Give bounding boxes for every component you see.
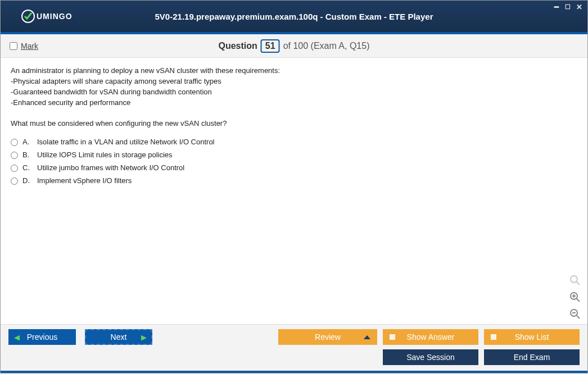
review-group: Review Show Answer Show List bbox=[278, 329, 580, 345]
answer-radio-b[interactable] bbox=[11, 152, 18, 159]
chevron-right-icon: ▶ bbox=[141, 333, 147, 341]
square-icon bbox=[390, 334, 395, 340]
bottom-divider bbox=[1, 371, 587, 373]
question-indicator: Question 51 of 100 (Exam A, Q15) bbox=[219, 39, 370, 53]
answer-letter: A. bbox=[22, 137, 33, 148]
answer-text: Isolate traffic in a VLAN and utilize Ne… bbox=[37, 137, 215, 148]
previous-label: Previous bbox=[27, 333, 57, 341]
svg-point-1 bbox=[571, 276, 577, 283]
mark-checkbox-wrap[interactable]: Mark bbox=[10, 42, 38, 51]
window-controls: ━ ☐ ✕ bbox=[553, 3, 583, 11]
answer-letter: C. bbox=[22, 163, 33, 174]
answer-radio-d[interactable] bbox=[11, 177, 18, 185]
end-exam-label: End Exam bbox=[514, 353, 550, 362]
answer-option[interactable]: A. Isolate traffic in a VLAN and utilize… bbox=[11, 137, 577, 148]
question-content: An administrator is planning to deploy a… bbox=[1, 58, 587, 324]
answer-list: A. Isolate traffic in a VLAN and utilize… bbox=[11, 137, 577, 186]
nav-group: ◀ Previous Next ▶ bbox=[8, 329, 152, 345]
answer-text: Utilize IOPS Limit rules in storage poli… bbox=[37, 150, 173, 161]
svg-line-2 bbox=[577, 282, 580, 285]
app-window: ━ ☐ ✕ UMINGO 5V0-21.19.prepaway.premium.… bbox=[0, 0, 588, 374]
zoom-controls bbox=[568, 274, 582, 321]
checkmark-icon bbox=[21, 9, 35, 24]
titlebar: ━ ☐ ✕ UMINGO 5V0-21.19.prepaway.premium.… bbox=[1, 1, 587, 32]
maximize-icon[interactable]: ☐ bbox=[564, 3, 572, 11]
triangle-up-icon bbox=[364, 335, 370, 339]
answer-text: Utilize jumbo frames with Network I/O Co… bbox=[37, 163, 184, 174]
answer-option[interactable]: D. Implement vSphere I/O filters bbox=[11, 176, 577, 186]
brand-logo: UMINGO bbox=[21, 9, 73, 24]
question-of-text: of 100 (Exam A, Q15) bbox=[283, 41, 370, 51]
question-word: Question bbox=[219, 41, 257, 51]
show-answer-button[interactable]: Show Answer bbox=[383, 329, 478, 345]
show-list-label: Show List bbox=[515, 333, 549, 341]
window-title: 5V0-21.19.prepaway.premium.exam.100q - C… bbox=[155, 12, 433, 21]
show-answer-label: Show Answer bbox=[407, 333, 455, 341]
review-label: Review bbox=[315, 333, 341, 341]
answer-text: Implement vSphere I/O filters bbox=[37, 176, 132, 186]
question-header: Mark Question 51 of 100 (Exam A, Q15) bbox=[1, 34, 587, 58]
footer-row-1: ◀ Previous Next ▶ Review Show Answer bbox=[8, 329, 580, 345]
search-icon[interactable] bbox=[568, 274, 582, 287]
previous-button[interactable]: ◀ Previous bbox=[8, 329, 76, 345]
minimize-icon[interactable]: ━ bbox=[553, 3, 560, 11]
answer-radio-a[interactable] bbox=[11, 139, 18, 146]
show-list-button[interactable]: Show List bbox=[484, 329, 580, 345]
footer-row-2: Save Session End Exam bbox=[8, 349, 580, 365]
question-text: An administrator is planning to deploy a… bbox=[11, 66, 577, 129]
answer-letter: D. bbox=[22, 176, 33, 186]
chevron-left-icon: ◀ bbox=[14, 333, 20, 341]
close-icon[interactable]: ✕ bbox=[575, 3, 583, 11]
zoom-in-icon[interactable] bbox=[568, 290, 582, 304]
svg-line-4 bbox=[577, 299, 580, 302]
svg-line-8 bbox=[577, 316, 580, 318]
mark-checkbox[interactable] bbox=[10, 42, 17, 50]
answer-option[interactable]: B. Utilize IOPS Limit rules in storage p… bbox=[11, 150, 577, 161]
square-icon bbox=[491, 334, 496, 340]
answer-letter: B. bbox=[22, 150, 33, 161]
save-session-button[interactable]: Save Session bbox=[383, 349, 478, 365]
next-label: Next bbox=[111, 333, 127, 341]
review-button[interactable]: Review bbox=[278, 329, 377, 345]
save-session-label: Save Session bbox=[406, 353, 455, 362]
next-button[interactable]: Next ▶ bbox=[85, 329, 152, 345]
answer-option[interactable]: C. Utilize jumbo frames with Network I/O… bbox=[11, 163, 577, 174]
end-exam-button[interactable]: End Exam bbox=[484, 349, 580, 365]
footer: ◀ Previous Next ▶ Review Show Answer bbox=[1, 324, 587, 371]
zoom-out-icon[interactable] bbox=[568, 307, 582, 321]
mark-label: Mark bbox=[21, 42, 38, 51]
question-number: 51 bbox=[261, 39, 280, 53]
brand-text: UMINGO bbox=[37, 12, 73, 21]
answer-radio-c[interactable] bbox=[11, 165, 18, 172]
